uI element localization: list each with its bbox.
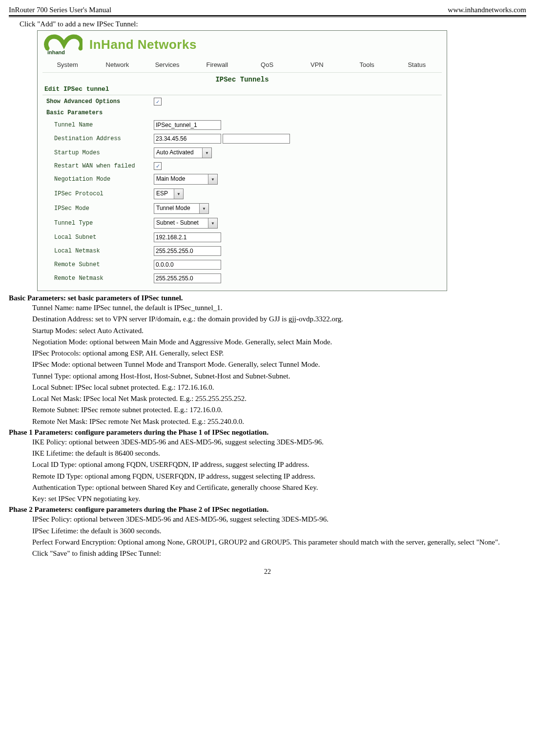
header-left: InRouter 700 Series User's Manual (9, 6, 111, 14)
label-ipsec-protocol: IPSec Protocol (43, 187, 150, 201)
input-local-netmask[interactable] (154, 246, 221, 256)
select-startup-modes[interactable]: Auto Activated ▼ (154, 147, 212, 158)
nav-network[interactable]: Network (92, 61, 142, 68)
chevron-down-icon: ▼ (202, 148, 211, 158)
chevron-down-icon: ▼ (208, 218, 217, 228)
basic-l10: Remote Subnet: IPSec remote subnet prote… (32, 404, 526, 416)
heading-basic-params: Basic Parameters: set basic parameters o… (9, 294, 526, 302)
phase2-l4: Click "Save" to finish adding IPSec Tunn… (32, 548, 526, 559)
phase1-l4: Remote ID Type: optional among FQDN, USE… (32, 471, 526, 482)
phase2-l3: Perfect Forward Encryption: Optional amo… (32, 537, 523, 548)
basic-l11: Remote Net Mask: IPSec remote Net Mask p… (32, 416, 526, 427)
basic-l8: Local Subnet: IPSec local subnet protect… (32, 382, 526, 393)
label-tunnel-name: Tunnel Name (43, 119, 150, 131)
basic-l2: Destination Address: set to VPN server I… (32, 314, 526, 325)
header-rule (9, 15, 526, 17)
label-negotiation-mode: Negotiation Mode (43, 172, 150, 186)
basic-l5: IPSec Protocols: optional among ESP, AH.… (32, 348, 526, 359)
label-ipsec-mode: IPSec Mode (43, 202, 150, 215)
svg-text:inhand: inhand (47, 49, 65, 55)
basic-l7: Tunnel Type: optional among Host-Host, H… (32, 371, 526, 382)
chevron-down-icon: ▼ (199, 204, 208, 213)
select-ipsec-mode-value: Tunnel Mode (154, 204, 199, 213)
heading-phase1: Phase 1 Parameters: configure parameters… (9, 428, 526, 437)
input-dest-addr-secondary[interactable] (223, 134, 290, 144)
select-tunnel-type-value: Subnet - Subnet (154, 218, 208, 228)
label-remote-subnet: Remote Subnet (43, 258, 150, 271)
inhand-logo-icon: inhand (42, 34, 82, 55)
input-tunnel-name[interactable] (154, 120, 221, 130)
edit-title: Edit IPSec tunnel (42, 84, 442, 95)
label-remote-netmask: Remote Netmask (43, 272, 150, 285)
input-dest-addr[interactable] (154, 134, 221, 144)
phase2-l2: IPSec Lifetime: the default is 3600 seco… (32, 525, 526, 537)
input-remote-subnet[interactable] (154, 260, 221, 270)
label-dest-addr: Destination Address (43, 132, 150, 145)
logo-row: inhand InHand Networks (42, 34, 442, 55)
select-negotiation-mode[interactable]: Main Mode ▼ (154, 174, 218, 185)
screenshot: inhand InHand Networks System Network Se… (37, 30, 447, 291)
phase2-l1: IPSec Policy: optional between 3DES-MD5-… (32, 514, 526, 525)
form-table: Show Advanced Options ✓ Basic Parameters… (42, 95, 294, 286)
heading-show-adv: Show Advanced Options (43, 96, 150, 107)
input-local-subnet[interactable] (154, 232, 221, 242)
input-remote-netmask[interactable] (154, 273, 221, 283)
nav-services[interactable]: Services (143, 61, 192, 68)
chevron-down-icon: ▼ (208, 174, 217, 184)
phase1-l5: Authentication Type: optional between Sh… (32, 482, 526, 493)
basic-l4: Negotiation Mode: optional between Main … (32, 336, 526, 348)
select-ipsec-mode[interactable]: Tunnel Mode ▼ (154, 203, 209, 214)
phase1-l3: Local ID Type: optional among FQDN, USER… (32, 459, 526, 470)
heading-phase2: Phase 2 Parameters: configure parameters… (9, 505, 526, 514)
nav-qos[interactable]: QoS (242, 61, 292, 68)
phase1-l6: Key: set IPSec VPN negotiating key. (32, 493, 526, 504)
select-tunnel-type[interactable]: Subnet - Subnet ▼ (154, 218, 218, 229)
nav-tools[interactable]: Tools (342, 61, 392, 68)
restart-wan-checkbox[interactable]: ✓ (154, 162, 162, 170)
nav-firewall[interactable]: Firewall (192, 61, 242, 68)
basic-l3: Startup Modes: select Auto Activated. (32, 325, 526, 336)
nav-system[interactable]: System (42, 61, 92, 68)
basic-l6: IPSec Mode: optional between Tunnel Mode… (32, 359, 526, 370)
nav-bar: System Network Services Firewall QoS VPN… (42, 58, 442, 73)
label-startup-modes: Startup Modes (43, 146, 150, 160)
nav-status[interactable]: Status (392, 61, 442, 68)
intro-line: Click "Add" to add a new IPSec Tunnel: (20, 20, 526, 28)
select-negotiation-mode-value: Main Mode (154, 174, 208, 184)
heading-basic: Basic Parameters (43, 108, 293, 118)
phase1-l1: IKE Policy: optional between 3DES-MD5-96… (32, 437, 526, 448)
brand-text: InHand Networks (89, 37, 197, 52)
label-tunnel-type: Tunnel Type (43, 216, 150, 230)
label-local-netmask: Local Netmask (43, 245, 150, 257)
select-ipsec-protocol[interactable]: ESP ▼ (154, 189, 184, 199)
label-local-subnet: Local Subnet (43, 231, 150, 244)
basic-l1: Tunnel Name: name IPSec tunnel, the defa… (32, 302, 526, 314)
chevron-down-icon: ▼ (174, 189, 183, 199)
select-startup-modes-value: Auto Activated (154, 148, 202, 158)
show-adv-checkbox[interactable]: ✓ (154, 98, 162, 105)
select-ipsec-protocol-value: ESP (154, 189, 174, 199)
phase1-l2: IKE Lifetime: the default is 86400 secon… (32, 448, 526, 459)
nav-vpn[interactable]: VPN (292, 61, 342, 68)
section-title: IPSec Tunnels (42, 76, 442, 84)
basic-l9: Local Net Mask: IPSec local Net Mask pro… (32, 393, 526, 404)
label-restart-wan: Restart WAN when failed (43, 161, 150, 171)
header-right: www.inhandnetworks.com (448, 6, 526, 14)
page-number: 22 (9, 568, 526, 576)
